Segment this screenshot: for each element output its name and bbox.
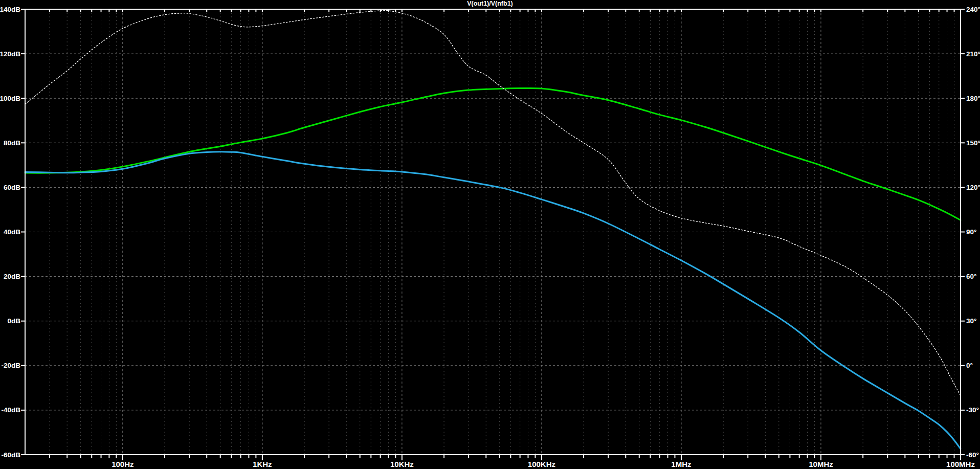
gridlines xyxy=(25,9,961,455)
white-dotted-phase xyxy=(25,10,961,395)
y-left-tick-label: 120dB xyxy=(0,50,20,58)
y-right-tick-label: -60° xyxy=(966,451,979,459)
y-left-tick-label: -20dB xyxy=(1,362,20,369)
green-solid-magnitude xyxy=(25,88,961,220)
x-tick-label: 100Hz xyxy=(112,460,133,468)
y-left-tick-label: 80dB xyxy=(4,139,20,147)
y-left-tick-label: 40dB xyxy=(4,228,20,236)
x-tick-label: 100KHz xyxy=(528,460,555,468)
blue-solid-magnitude xyxy=(25,152,961,449)
y-right-tick-label: 180° xyxy=(966,95,980,102)
y-left-tick-label: -60dB xyxy=(1,451,20,459)
bode-plot-canvas[interactable]: 140dB120dB100dB80dB60dB40dB20dB0dB-20dB-… xyxy=(0,0,980,469)
y-right-tick-label: 210° xyxy=(966,50,980,58)
x-tick-label: 10KHz xyxy=(390,460,414,468)
y-right-tick-label: 120° xyxy=(966,184,980,191)
x-tick-label: 1MHz xyxy=(671,460,691,468)
y-left-tick-label: 60dB xyxy=(4,184,20,191)
y-right-tick-label: 240° xyxy=(966,6,980,13)
y-left-tick-label: -40dB xyxy=(1,406,20,414)
x-tick-label: 100MHz xyxy=(946,460,975,468)
traces xyxy=(25,10,961,449)
y-right-tick-label: 150° xyxy=(966,139,980,147)
y-left-tick-label: 140dB xyxy=(0,6,20,13)
x-tick-label: 10MHz xyxy=(809,460,833,468)
y-right-tick-label: 60° xyxy=(966,273,976,280)
y-right-tick-label: 90° xyxy=(966,228,976,236)
y-left-tick-label: 0dB xyxy=(7,317,20,325)
ltspice-plot-pane: V(out1)/V(nfb1) 140dB120dB100dB80dB60dB4… xyxy=(0,0,980,469)
y-right-tick-label: 30° xyxy=(966,317,976,325)
y-left-tick-label: 100dB xyxy=(0,95,20,102)
y-right-tick-label: 0° xyxy=(966,362,973,369)
axis-labels: 140dB120dB100dB80dB60dB40dB20dB0dB-20dB-… xyxy=(0,6,980,469)
axis-ticks xyxy=(21,9,965,460)
y-left-tick-label: 20dB xyxy=(4,273,20,280)
x-tick-label: 1KHz xyxy=(253,460,272,468)
y-right-tick-label: -30° xyxy=(966,406,979,414)
